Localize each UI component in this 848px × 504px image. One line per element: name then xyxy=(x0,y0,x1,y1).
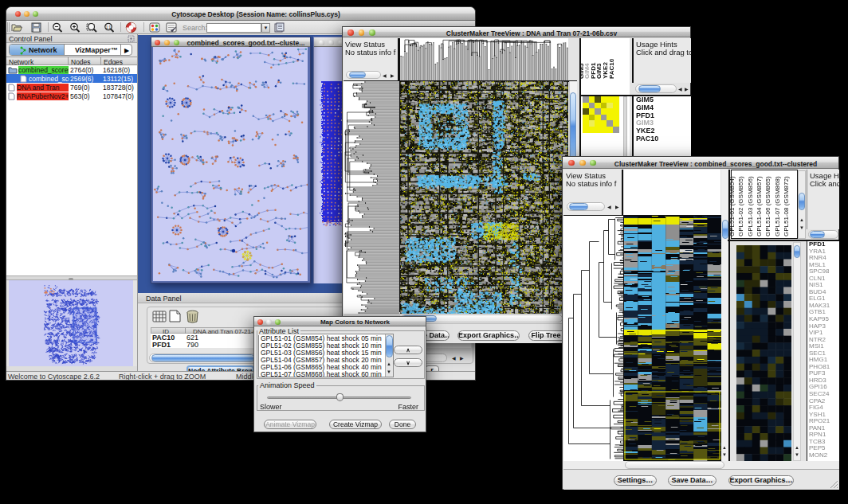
svg-text:1:1: 1:1 xyxy=(106,25,112,29)
